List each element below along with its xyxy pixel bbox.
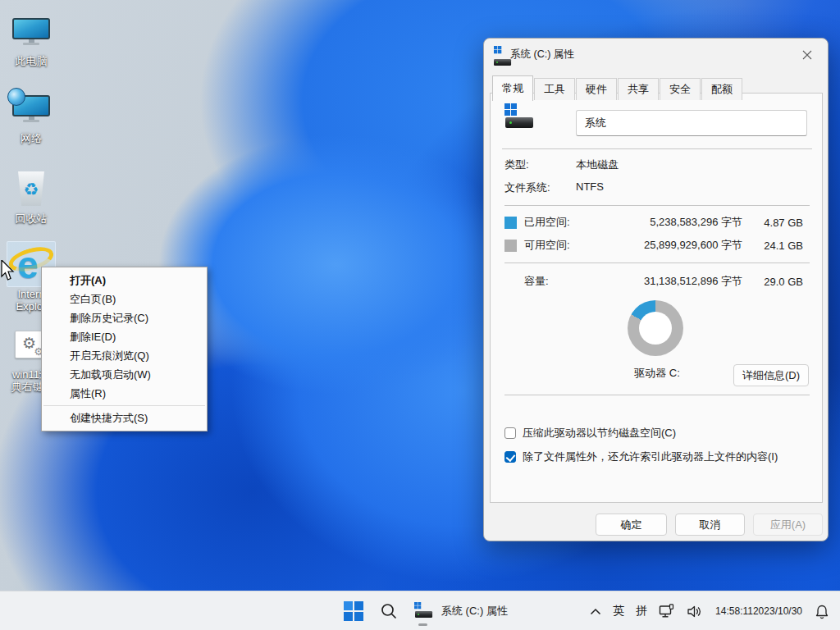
desktop-icon-label: 回收站 xyxy=(3,212,59,225)
disk-usage-donut xyxy=(628,300,683,356)
dialog-title: 系统 (C:) 属性 xyxy=(510,48,574,62)
clock-time: 14:58:11 xyxy=(715,605,753,618)
globe-icon xyxy=(7,88,25,106)
this-pc-icon xyxy=(3,10,59,52)
free-space-size: 24.1 GB xyxy=(742,240,803,252)
menu-item-no-addons[interactable]: 无加载项启动(W) xyxy=(42,365,207,384)
drive-properties-dialog: 系统 (C:) 属性 常规 工具 硬件 共享 安全 配额 系统 类型: 本地磁盘 xyxy=(483,38,829,541)
tab-security[interactable]: 安全 xyxy=(660,78,701,100)
menu-item-inprivate[interactable]: 开启无痕浏览(Q) xyxy=(42,346,207,365)
separator xyxy=(502,148,812,149)
separator xyxy=(504,262,810,263)
desktop-icon-label: 网络 xyxy=(3,132,59,144)
used-space-label: 已用空间: xyxy=(524,215,595,230)
drive-icon xyxy=(494,46,509,62)
free-space-swatch xyxy=(504,240,517,252)
mouse-cursor-icon xyxy=(1,260,17,281)
drive-icon xyxy=(414,602,434,620)
taskbar-clock[interactable]: 14:58:11 2023/10/30 xyxy=(709,596,809,626)
used-space-size: 4.87 GB xyxy=(742,217,803,229)
taskbar-app-label: 系统 (C:) 属性 xyxy=(441,604,508,619)
menu-item-delete-history[interactable]: 删除历史记录(C) xyxy=(42,308,207,327)
index-checkbox-label: 除了文件属性外，还允许索引此驱动器上文件的内容(I) xyxy=(523,450,778,464)
desktop-icon-network[interactable]: 网络 xyxy=(3,87,59,144)
tab-general[interactable]: 常规 xyxy=(492,75,533,101)
type-label: 类型: xyxy=(504,158,529,172)
free-space-bytes: 25,899,929,600 字节 xyxy=(595,238,742,253)
apply-button[interactable]: 应用(A) xyxy=(753,514,823,536)
desktop-icon-this-pc[interactable]: 此电脑 xyxy=(3,10,59,67)
menu-item-delete-ie[interactable]: 删除IE(D) xyxy=(42,327,207,346)
tray-overflow-button[interactable] xyxy=(584,596,607,626)
general-tab-page: 系统 类型: 本地磁盘 文件系统: NTFS 已用空间: 5,238,583,2… xyxy=(490,93,823,503)
index-checkbox[interactable] xyxy=(504,451,516,463)
windows-logo-icon xyxy=(344,601,363,621)
desktop-icon-label: 此电脑 xyxy=(3,55,59,67)
recycle-symbol-icon: ♻ xyxy=(24,180,39,198)
capacity-size: 29.0 GB xyxy=(742,276,803,288)
capacity-label: 容量: xyxy=(524,274,595,289)
taskbar-app-properties[interactable]: 系统 (C:) 属性 xyxy=(408,595,514,628)
capacity-bytes: 31,138,512,896 字节 xyxy=(595,274,742,289)
search-button[interactable] xyxy=(373,595,404,628)
network-tray-button[interactable] xyxy=(653,596,681,626)
tab-tools[interactable]: 工具 xyxy=(534,78,575,100)
tab-strip: 常规 工具 硬件 共享 安全 配额 xyxy=(492,75,743,100)
ime-mode-indicator[interactable]: 拼 xyxy=(630,596,653,626)
volume-tray-button[interactable] xyxy=(681,596,709,626)
tab-quota[interactable]: 配额 xyxy=(701,78,742,100)
tab-sharing[interactable]: 共享 xyxy=(618,78,659,100)
dialog-footer: 确定 取消 应用(A) xyxy=(484,503,828,541)
recycle-bin-icon: ♻ xyxy=(3,167,59,210)
bell-icon xyxy=(815,604,829,619)
details-button[interactable]: 详细信息(D) xyxy=(733,364,809,386)
filesystem-label: 文件系统: xyxy=(504,180,550,195)
desktop-wallpaper: 此电脑 网络 ♻ 回收站 e Intern Explor ⚙⚙ win11还 典… xyxy=(0,0,840,630)
free-space-label: 可用空间: xyxy=(524,238,595,253)
taskbar: 系统 (C:) 属性 英 拼 xyxy=(0,591,840,630)
ok-button[interactable]: 确定 xyxy=(596,514,667,536)
cancel-button[interactable]: 取消 xyxy=(675,514,745,536)
used-space-swatch xyxy=(504,217,517,229)
notifications-button[interactable] xyxy=(809,596,835,626)
volume-label-input[interactable]: 系统 xyxy=(576,110,807,136)
used-space-bytes: 5,238,583,296 字节 xyxy=(595,215,742,230)
active-app-indicator xyxy=(418,623,427,626)
menu-item-properties[interactable]: 属性(R) xyxy=(42,384,207,403)
menu-item-open[interactable]: 打开(A) xyxy=(42,271,207,290)
filesystem-value: NTFS xyxy=(576,180,604,193)
type-value: 本地磁盘 xyxy=(576,158,619,172)
menu-separator xyxy=(43,405,205,406)
chevron-up-icon xyxy=(590,608,601,615)
ime-language-indicator[interactable]: 英 xyxy=(607,596,630,626)
speaker-icon xyxy=(687,605,703,619)
search-icon xyxy=(380,602,398,620)
capacity-row: 容量: 31,138,512,896 字节 29.0 GB xyxy=(504,275,810,288)
close-icon[interactable] xyxy=(793,44,821,65)
index-checkbox-row: 除了文件属性外，还允许索引此驱动器上文件的内容(I) xyxy=(504,450,778,464)
start-button[interactable] xyxy=(337,595,370,628)
drive-icon-large xyxy=(504,103,536,130)
free-space-row: 可用空间: 25,899,929,600 字节 24.1 GB xyxy=(504,239,810,252)
separator xyxy=(504,395,810,395)
used-space-row: 已用空间: 5,238,583,296 字节 4.87 GB xyxy=(504,216,810,229)
compress-checkbox-label: 压缩此驱动器以节约磁盘空间(C) xyxy=(523,426,676,441)
dialog-titlebar[interactable]: 系统 (C:) 属性 xyxy=(484,39,828,70)
menu-item-create-shortcut[interactable]: 创建快捷方式(S) xyxy=(42,409,207,427)
clock-date: 2023/10/30 xyxy=(753,605,802,618)
separator xyxy=(504,205,810,206)
compress-checkbox[interactable] xyxy=(504,427,516,439)
desktop-icon-recycle-bin[interactable]: ♻ 回收站 xyxy=(3,167,59,225)
tab-hardware[interactable]: 硬件 xyxy=(576,78,617,100)
menu-item-blank-page[interactable]: 空白页(B) xyxy=(42,290,207,308)
ie-context-menu: 打开(A) 空白页(B) 删除历史记录(C) 删除IE(D) 开启无痕浏览(Q)… xyxy=(41,267,208,431)
ethernet-icon xyxy=(659,604,675,619)
compress-checkbox-row: 压缩此驱动器以节约磁盘空间(C) xyxy=(504,426,676,441)
network-icon xyxy=(3,87,59,130)
